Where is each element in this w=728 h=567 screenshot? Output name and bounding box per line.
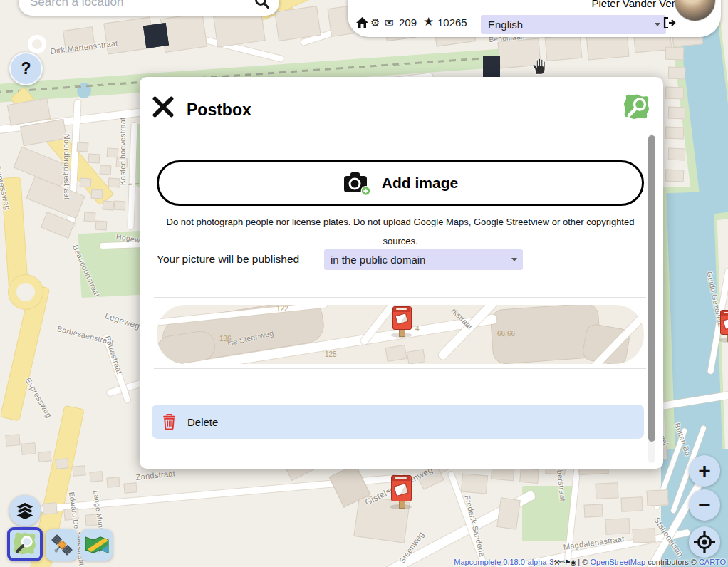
map-decor bbox=[461, 473, 488, 494]
avatar[interactable] bbox=[675, 0, 715, 21]
search-bar[interactable] bbox=[19, 0, 279, 16]
map-decor bbox=[21, 442, 36, 455]
user-panel: Pieter Vander Vennet ⚙ ✉ 209 ★ 10265 Eng… bbox=[348, 0, 721, 37]
folded-map-icon bbox=[84, 534, 110, 556]
mapcomplete-app: { "search": { "placeholder": "Search a l… bbox=[0, 0, 728, 567]
logout-icon[interactable] bbox=[663, 16, 676, 29]
map-decor bbox=[100, 165, 112, 175]
changesets-count: 10265 bbox=[437, 17, 467, 28]
postbox-popup: Postbox Add image Do not photograph peop… bbox=[140, 77, 663, 469]
map-decor bbox=[114, 200, 126, 210]
basemap-style-map-button[interactable] bbox=[80, 529, 113, 561]
map-decor bbox=[632, 528, 655, 543]
map-decor bbox=[77, 142, 89, 152]
basemap-style-satellite-button[interactable] bbox=[46, 529, 78, 561]
layers-button[interactable] bbox=[9, 495, 41, 526]
section-divider bbox=[154, 297, 646, 298]
map-decor bbox=[437, 305, 497, 361]
search-icon[interactable] bbox=[254, 0, 271, 11]
map-decor bbox=[665, 170, 685, 182]
copyright-symbol: © bbox=[691, 558, 697, 566]
search-input[interactable] bbox=[19, 0, 254, 9]
messages-icon[interactable]: ✉ bbox=[385, 17, 394, 28]
satellite-icon bbox=[50, 533, 74, 557]
carto-link[interactable]: CARTO bbox=[699, 558, 726, 566]
pb-slot bbox=[724, 312, 728, 313]
delete-button[interactable]: Delete bbox=[152, 405, 644, 439]
map-decor bbox=[84, 212, 96, 222]
mapcomplete-version-link[interactable]: Mapcomplete 0.18.0-alpha-3 bbox=[454, 558, 553, 566]
contributors-label: contributors bbox=[648, 558, 688, 566]
close-icon[interactable] bbox=[152, 96, 174, 118]
map-decor bbox=[605, 518, 630, 535]
map-decor bbox=[584, 504, 603, 517]
map-decor bbox=[545, 34, 583, 61]
zoom-in-button[interactable]: + bbox=[689, 455, 720, 487]
postbox-marker-edge[interactable] bbox=[719, 310, 728, 343]
popup-title: Postbox bbox=[187, 100, 251, 120]
street-label: Noordbruggestraat bbox=[63, 134, 71, 200]
help-button[interactable]: ? bbox=[9, 52, 43, 85]
map-decor bbox=[666, 192, 722, 464]
geolocate-button[interactable] bbox=[689, 526, 720, 558]
map-decor bbox=[143, 23, 169, 48]
gear-icon[interactable]: ⚙ bbox=[370, 17, 380, 28]
license-select[interactable]: in the public domain bbox=[324, 249, 523, 270]
license-text: Your picture will be published bbox=[157, 253, 299, 266]
map-decor bbox=[274, 6, 321, 41]
map-decor bbox=[665, 127, 685, 140]
postbox-marker[interactable] bbox=[390, 475, 411, 509]
help-label: ? bbox=[21, 59, 31, 78]
map-decor bbox=[496, 497, 521, 529]
image-disclaimer: Do not photograph people nor license pla… bbox=[162, 212, 638, 251]
zoom-out-label: − bbox=[698, 494, 711, 516]
map-decor bbox=[665, 87, 685, 100]
street-label: Kasteelhoevestraat bbox=[118, 118, 127, 185]
language-select[interactable]: English bbox=[481, 15, 666, 34]
map-decor bbox=[668, 67, 686, 80]
map-decor bbox=[95, 220, 108, 230]
map-decor bbox=[55, 458, 68, 469]
map-decor bbox=[42, 502, 57, 515]
map-decor bbox=[665, 47, 685, 61]
map-decor bbox=[595, 482, 618, 499]
copyright-symbol: © bbox=[582, 558, 588, 566]
map-decor bbox=[9, 275, 43, 309]
map-decor bbox=[107, 147, 119, 157]
home-icon[interactable] bbox=[356, 17, 368, 29]
add-image-label: Add image bbox=[382, 175, 458, 192]
add-image-button[interactable]: Add image bbox=[157, 160, 644, 206]
basemap-style-osm-button[interactable] bbox=[7, 527, 43, 561]
star-icon[interactable]: ★ bbox=[423, 16, 434, 28]
delete-label: Delete bbox=[187, 416, 218, 428]
minimap-label: 4 bbox=[415, 325, 420, 333]
osm-community-logo-icon bbox=[623, 94, 650, 121]
map-decor bbox=[646, 489, 668, 506]
minimap-label: 125 bbox=[325, 350, 337, 358]
map-decor bbox=[519, 468, 539, 484]
feature-minimap[interactable]: 122136125466;66lse Steenwegrkstraat bbox=[157, 305, 644, 364]
osm-carto-style-icon bbox=[13, 532, 37, 556]
hand-cursor-icon bbox=[530, 57, 548, 76]
map-decor bbox=[385, 345, 407, 362]
chevron-down-icon bbox=[655, 23, 660, 26]
zoom-out-button[interactable]: − bbox=[689, 489, 720, 521]
map-decor bbox=[91, 189, 103, 199]
layers-icon bbox=[15, 501, 35, 521]
map-decor bbox=[72, 465, 85, 477]
minimap-label: 66;66 bbox=[497, 330, 515, 338]
map-decor bbox=[103, 200, 115, 210]
attribution-separator: | bbox=[578, 558, 580, 566]
map-decor bbox=[5, 434, 20, 447]
map-decor bbox=[80, 177, 92, 187]
popup-scrollbar-thumb[interactable] bbox=[648, 135, 655, 442]
license-selected-value: in the public domain bbox=[331, 254, 425, 266]
trash-icon bbox=[162, 414, 176, 430]
map-decor bbox=[38, 451, 51, 462]
map-decor bbox=[407, 349, 426, 364]
openstreetmap-link[interactable]: OpenStreetMap bbox=[590, 558, 645, 566]
language-selected-value: English bbox=[488, 19, 523, 31]
minimap-postbox-marker bbox=[392, 306, 411, 338]
messages-count: 209 bbox=[399, 17, 417, 28]
pb-slot bbox=[396, 308, 407, 310]
